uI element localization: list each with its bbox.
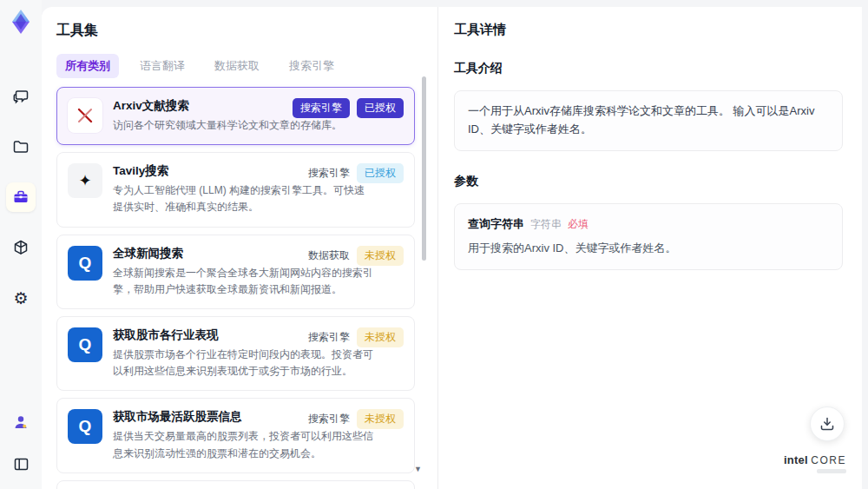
category-badge: 数据获取 (308, 246, 350, 266)
param-required-flag: 必填 (568, 216, 589, 233)
category-badge: 搜索引擎 (308, 163, 350, 183)
tool-description: 全球新闻搜索是一个聚合全球各大新闻网站内容的搜索引擎，帮助用户快速获取全球最新资… (113, 265, 373, 298)
tab-search-engine[interactable]: 搜索引擎 (280, 54, 343, 78)
intel-core-logo: intel CORE (784, 453, 846, 473)
param-type: 字符串 (530, 216, 562, 233)
user-icon (12, 413, 30, 431)
tool-card-active-stocks[interactable]: Q 获取市场最活跃股票信息 提供当天交易量最高的股票列表，投资者可以利用这些信息… (56, 398, 415, 472)
main-surface: 工具集 所有类别 语言翻译 数据获取 搜索引擎 Arxiv文献搜索 访问各个研究… (42, 7, 862, 489)
tool-card-global-news[interactable]: Q 全球新闻搜索 全球新闻搜索是一个聚合全球各大新闻网站内容的搜索引擎，帮助用户… (56, 235, 415, 309)
sidebar-item-settings[interactable]: ⚙ (6, 283, 36, 313)
active-stocks-logo-icon: Q (68, 409, 102, 444)
collapse-sidebar-button[interactable] (6, 449, 36, 479)
left-rail: ⚙ (0, 0, 42, 489)
scroll-down-icon[interactable]: ▼ (414, 465, 422, 473)
category-badge: 搜索引擎 (308, 409, 350, 429)
tool-list: Arxiv文献搜索 访问各个研究领域大量科学论文和文章的存储库。 搜索引擎 已授… (56, 87, 415, 489)
category-badge: 搜索引擎 (308, 327, 350, 347)
folder-icon (12, 138, 30, 155)
tab-translation[interactable]: 语言翻译 (131, 54, 194, 78)
arxiv-logo-icon (68, 98, 102, 133)
sidebar-item-models[interactable] (6, 233, 36, 262)
detail-title: 工具详情 (454, 22, 843, 38)
sector-performance-logo-icon: Q (68, 327, 102, 362)
chat-icon (12, 88, 30, 105)
intro-text: 一个用于从Arxiv存储库搜索科学论文和文章的工具。 输入可以是Arxiv ID… (468, 104, 814, 135)
intro-heading: 工具介绍 (454, 61, 843, 76)
tool-card-arxiv[interactable]: Arxiv文献搜索 访问各个研究领域大量科学论文和文章的存储库。 搜索引擎 已授… (56, 87, 415, 145)
toolbox-icon (12, 188, 30, 206)
tool-detail-panel: 工具详情 工具介绍 一个用于从Arxiv存储库搜索科学论文和文章的工具。 输入可… (438, 7, 862, 489)
auth-status-badge: 已授权 (357, 98, 404, 118)
params-heading: 参数 (454, 174, 843, 189)
tool-description: 提供当天交易量最高的股票列表，投资者可以利用这些信息来识别流动性强的股票和潜在的… (113, 428, 373, 461)
param-description: 用于搜索的Arxiv ID、关键字或作者姓名。 (468, 240, 829, 258)
category-tabs: 所有类别 语言翻译 数据获取 搜索引擎 (56, 54, 437, 78)
sidebar-item-chat[interactable] (6, 82, 36, 111)
brand-intel-text: intel (784, 453, 808, 466)
tool-card-tavily[interactable]: ✦ Tavily搜索 专为人工智能代理 (LLM) 构建的搜索引擎工具。可快速提… (56, 152, 415, 227)
brand-subtext-mark (817, 469, 846, 473)
user-avatar[interactable] (6, 407, 36, 437)
tool-description: 专为人工智能代理 (LLM) 构建的搜索引擎工具。可快速提供实时、准确和真实的结… (113, 182, 373, 215)
sidebar-item-files[interactable] (6, 132, 36, 162)
tool-description: 访问各个研究领域大量科学论文和文章的存储库。 (113, 117, 373, 134)
tab-all-categories[interactable]: 所有类别 (56, 54, 119, 78)
app-logo[interactable] (6, 7, 36, 36)
tavily-logo-icon: ✦ (68, 163, 102, 198)
param-box: 查询字符串 字符串 必填 用于搜索的Arxiv ID、关键字或作者姓名。 (454, 203, 843, 271)
brand-core-text: CORE (811, 454, 846, 466)
download-icon (819, 416, 835, 432)
page-title: 工具集 (56, 22, 437, 40)
sidebar-item-tools[interactable] (6, 182, 36, 212)
param-name: 查询字符串 (468, 215, 524, 234)
panel-toggle-icon (13, 456, 30, 472)
tool-description: 提供股票市场各个行业在特定时间段内的表现。投资者可以利用这些信息来识别表现优于或… (113, 347, 373, 380)
scrollbar-thumb[interactable] (422, 76, 426, 261)
auth-status-badge: 未授权 (357, 409, 404, 429)
tools-panel: 工具集 所有类别 语言翻译 数据获取 搜索引擎 Arxiv文献搜索 访问各个研究… (42, 7, 438, 489)
auth-status-badge: 未授权 (357, 246, 404, 266)
tool-card-regional-news[interactable]: 万维地区新闻查询 查询具体行政区划内的新闻，快速了解各地新闻动 搜索引擎 未授权 (56, 480, 415, 489)
gear-icon: ⚙ (13, 290, 28, 307)
category-badge: 搜索引擎 (293, 98, 350, 118)
tab-data-fetch[interactable]: 数据获取 (206, 54, 268, 78)
auth-status-badge: 未授权 (357, 327, 404, 347)
tool-card-sector-performance[interactable]: Q 获取股市各行业表现 提供股票市场各个行业在特定时间段内的表现。投资者可以利用… (56, 316, 415, 391)
cube-icon (12, 239, 30, 256)
download-button[interactable] (810, 406, 845, 441)
intro-box: 一个用于从Arxiv存储库搜索科学论文和文章的工具。 输入可以是Arxiv ID… (454, 90, 843, 151)
news-search-logo-icon: Q (68, 246, 102, 281)
auth-status-badge: 已授权 (357, 163, 404, 183)
